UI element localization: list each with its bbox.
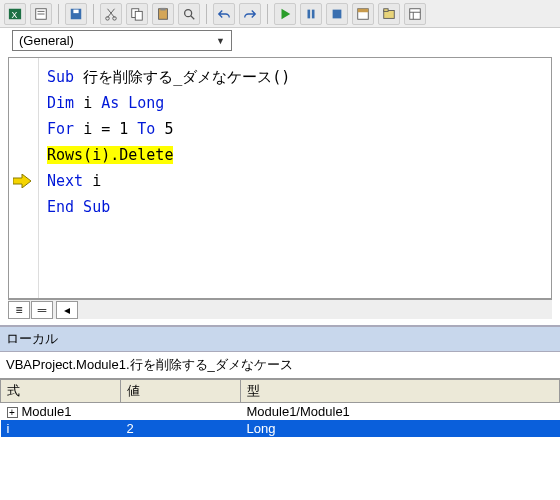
procedure-view-button[interactable]: ≡ bbox=[8, 301, 30, 319]
code-line: Dim i As Long bbox=[47, 90, 543, 116]
toolbar: X bbox=[0, 0, 560, 28]
object-dropdown-value: (General) bbox=[19, 33, 74, 48]
view-tabs: ≡ ═ ◂ bbox=[8, 299, 552, 319]
svg-rect-12 bbox=[160, 7, 165, 10]
svg-line-14 bbox=[191, 15, 195, 19]
save-icon[interactable] bbox=[65, 3, 87, 25]
code-line: Sub 行を削除する_ダメなケース() bbox=[47, 64, 543, 90]
locals-path: VBAProject.Module1.行を削除する_ダメなケース bbox=[0, 352, 560, 379]
svg-rect-22 bbox=[410, 8, 421, 19]
svg-rect-17 bbox=[333, 9, 342, 18]
col-value[interactable]: 値 bbox=[121, 380, 241, 403]
undo-icon[interactable] bbox=[213, 3, 235, 25]
copy-icon[interactable] bbox=[126, 3, 148, 25]
expand-icon[interactable]: + bbox=[7, 407, 18, 418]
svg-rect-6 bbox=[73, 9, 78, 13]
svg-point-13 bbox=[185, 9, 192, 16]
svg-rect-16 bbox=[312, 9, 315, 18]
object-dropdown-row: (General) ▼ bbox=[0, 28, 560, 53]
execution-pointer-icon bbox=[13, 174, 31, 188]
col-expr[interactable]: 式 bbox=[1, 380, 121, 403]
pause-icon[interactable] bbox=[300, 3, 322, 25]
svg-rect-19 bbox=[358, 8, 369, 12]
svg-rect-21 bbox=[384, 8, 388, 11]
toggle-icon[interactable] bbox=[352, 3, 374, 25]
locals-table: 式 値 型 +Module1Module1/Module1 i2Long bbox=[0, 379, 560, 437]
col-type[interactable]: 型 bbox=[241, 380, 560, 403]
svg-rect-10 bbox=[135, 11, 142, 20]
stop-icon[interactable] bbox=[326, 3, 348, 25]
find-icon[interactable] bbox=[178, 3, 200, 25]
locals-row[interactable]: i2Long bbox=[1, 420, 560, 437]
paste-icon[interactable] bbox=[152, 3, 174, 25]
properties-icon[interactable] bbox=[404, 3, 426, 25]
chevron-down-icon: ▼ bbox=[216, 36, 225, 46]
code-line: Next i bbox=[47, 168, 543, 194]
code-gutter bbox=[9, 58, 39, 298]
run-icon[interactable] bbox=[274, 3, 296, 25]
project-icon[interactable] bbox=[378, 3, 400, 25]
redo-icon[interactable] bbox=[239, 3, 261, 25]
locals-title: ローカル bbox=[0, 325, 560, 352]
code-line: Rows(i).Delete bbox=[47, 142, 543, 168]
code-line: End Sub bbox=[47, 194, 543, 220]
excel-icon[interactable]: X bbox=[4, 3, 26, 25]
form-icon[interactable] bbox=[30, 3, 52, 25]
svg-text:X: X bbox=[12, 9, 18, 19]
scroll-left-button[interactable]: ◂ bbox=[56, 301, 78, 319]
code-content: Sub 行を削除する_ダメなケース() Dim i As Long For i … bbox=[39, 58, 551, 298]
code-editor[interactable]: Sub 行を削除する_ダメなケース() Dim i As Long For i … bbox=[8, 57, 552, 299]
code-line: For i = 1 To 5 bbox=[47, 116, 543, 142]
full-module-view-button[interactable]: ═ bbox=[31, 301, 53, 319]
object-dropdown[interactable]: (General) ▼ bbox=[12, 30, 232, 51]
svg-rect-15 bbox=[308, 9, 311, 18]
locals-row[interactable]: +Module1Module1/Module1 bbox=[1, 403, 560, 421]
cut-icon[interactable] bbox=[100, 3, 122, 25]
